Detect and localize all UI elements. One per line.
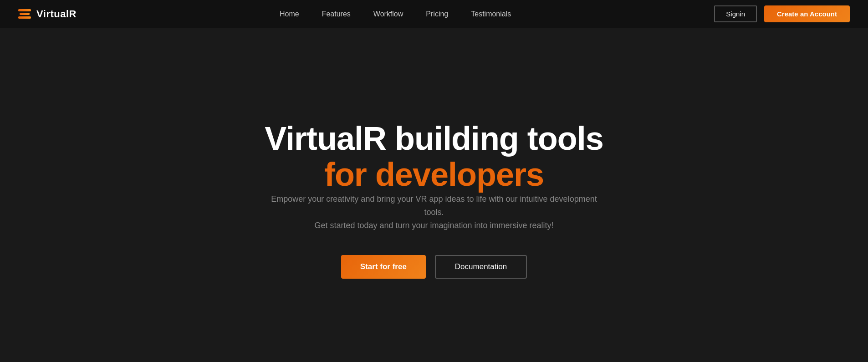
hero-section: VirtualR building tools for developers E… bbox=[0, 28, 868, 362]
brand-logo[interactable]: VirtualR bbox=[18, 8, 77, 20]
brand-name: VirtualR bbox=[36, 8, 77, 20]
hero-subtitle: Empower your creativity and bring your V… bbox=[261, 193, 607, 232]
logo-bar-bot bbox=[18, 16, 31, 19]
signin-button[interactable]: Signin bbox=[714, 5, 757, 22]
hero-subtitle-line1: Empower your creativity and bring your V… bbox=[271, 194, 597, 217]
nav-item-features[interactable]: Features bbox=[322, 10, 351, 18]
hero-buttons: Start for free Documentation bbox=[341, 255, 527, 279]
navbar: VirtualR Home Features Workflow Pricing … bbox=[0, 0, 868, 28]
hero-title-line2: for developers bbox=[324, 156, 544, 193]
nav-item-workflow[interactable]: Workflow bbox=[373, 10, 403, 18]
nav-link-home[interactable]: Home bbox=[280, 10, 299, 18]
navbar-actions: Signin Create an Account bbox=[714, 5, 850, 22]
nav-item-testimonials[interactable]: Testimonials bbox=[471, 10, 511, 18]
documentation-button[interactable]: Documentation bbox=[435, 255, 527, 279]
nav-link-workflow[interactable]: Workflow bbox=[373, 10, 403, 18]
nav-link-testimonials[interactable]: Testimonials bbox=[471, 10, 511, 18]
nav-link-pricing[interactable]: Pricing bbox=[426, 10, 448, 18]
nav-link-features[interactable]: Features bbox=[322, 10, 351, 18]
nav-item-pricing[interactable]: Pricing bbox=[426, 10, 448, 18]
start-free-button[interactable]: Start for free bbox=[341, 255, 426, 279]
hero-subtitle-line2: Get started today and turn your imaginat… bbox=[314, 221, 553, 230]
nav-item-home[interactable]: Home bbox=[280, 10, 299, 18]
nav-menu: Home Features Workflow Pricing Testimoni… bbox=[280, 10, 511, 18]
hero-title-line1: VirtualR building tools bbox=[265, 120, 603, 157]
hero-title: VirtualR building tools for developers bbox=[265, 121, 603, 193]
create-account-button[interactable]: Create an Account bbox=[764, 5, 850, 22]
logo-bar-top bbox=[18, 9, 31, 11]
logo-icon bbox=[18, 9, 31, 19]
logo-bar-mid bbox=[20, 13, 30, 15]
